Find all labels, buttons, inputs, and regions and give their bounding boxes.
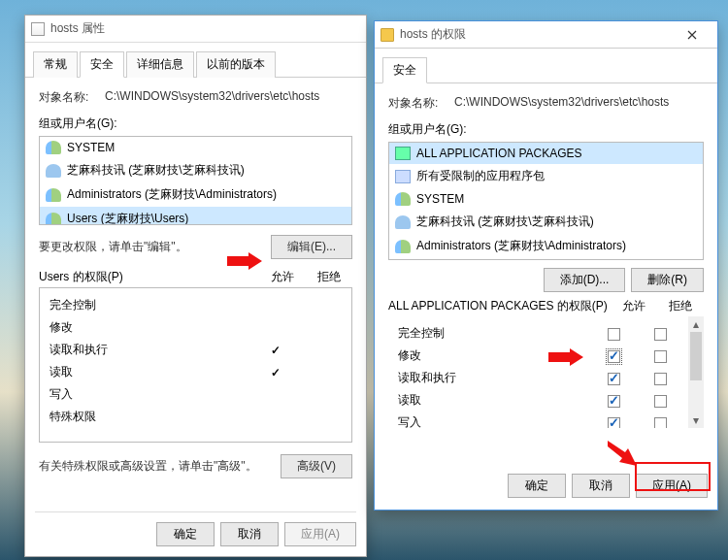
list-item[interactable]: Administrators (芝麻财技\Administrators): [40, 182, 351, 207]
object-name-value: C:\WINDOWS\system32\drivers\etc\hosts: [105, 89, 352, 106]
permission-row: 完全控制: [44, 294, 347, 316]
users-icon: [46, 213, 61, 226]
permissions-list: 完全控制修改读取和执行✓读取✓写入特殊权限: [39, 287, 352, 443]
list-item-label: SYSTEM: [67, 141, 115, 154]
window-title: hosts 的权限: [400, 26, 673, 43]
tab-general[interactable]: 常规: [33, 51, 78, 78]
list-item[interactable]: SYSTEM: [40, 137, 351, 158]
allow-header: 允许: [259, 269, 306, 285]
groups-label: 组或用户名(G):: [39, 115, 352, 132]
checkbox[interactable]: [608, 417, 620, 428]
folder-icon: [381, 28, 394, 42]
tab-security[interactable]: 安全: [80, 51, 124, 78]
permission-row: 特殊权限: [44, 406, 347, 428]
list-item[interactable]: Administrators (芝麻财技\Administrators): [389, 234, 703, 258]
deny-cell: [637, 326, 683, 340]
list-item-label: Users (芝麻财技\Users): [67, 211, 188, 225]
checkbox[interactable]: [608, 395, 620, 408]
permissions-list: 完全控制修改读取和执行读取写入牛生工+r07四: [388, 316, 704, 428]
permission-name: 读取和执行: [394, 370, 590, 386]
groups-listbox[interactable]: SYSTEM芝麻科技讯 (芝麻财技\芝麻科技讯)Administrators (…: [39, 136, 352, 225]
object-name-value: C:\WINDOWS\system32\drivers\etc\hosts: [454, 95, 704, 112]
scroll-up-icon[interactable]: ▴: [688, 316, 704, 332]
advanced-button[interactable]: 高级(V): [281, 454, 352, 478]
properties-window: hosts 属性 常规 安全 详细信息 以前的版本 对象名称: C:\WINDO…: [24, 15, 367, 557]
permission-row: 读取: [392, 389, 685, 412]
list-item[interactable]: Users (芝麻财技\Users): [40, 207, 351, 225]
deny-cell: [637, 348, 683, 362]
list-item[interactable]: 所有受限制的应用程序包: [389, 164, 703, 188]
allow-cell: [590, 393, 637, 407]
permission-row: 读取和执行✓: [44, 339, 347, 361]
deny-cell: [637, 371, 683, 384]
close-button[interactable]: [673, 25, 711, 45]
checkbox[interactable]: [654, 373, 667, 385]
add-button[interactable]: 添加(D)...: [544, 268, 626, 292]
tab-security[interactable]: 安全: [382, 57, 427, 83]
checkbox[interactable]: [608, 350, 620, 363]
permission-name: 特殊权限: [46, 409, 252, 425]
checkbox[interactable]: [654, 350, 667, 363]
ok-button[interactable]: 确定: [156, 522, 215, 546]
edit-hint: 要更改权限，请单击"编辑"。: [39, 239, 187, 255]
checkbox[interactable]: [654, 328, 667, 341]
permission-name: 修改: [394, 347, 590, 364]
list-item-label: 芝麻科技讯 (芝麻财技\芝麻科技讯): [416, 214, 594, 230]
scroll-down-icon[interactable]: ▾: [688, 412, 704, 428]
scroll-thumb[interactable]: [690, 332, 702, 380]
list-item[interactable]: 芝麻科技讯 (芝麻财技\芝麻科技讯): [389, 210, 703, 234]
cancel-button[interactable]: 取消: [220, 522, 279, 546]
list-item-label: 所有受限制的应用程序包: [416, 168, 545, 184]
remove-button[interactable]: 删除(R): [631, 268, 704, 292]
checkbox[interactable]: [608, 328, 620, 341]
permission-row: 完全控制: [392, 322, 685, 345]
tab-strip: 常规 安全 详细信息 以前的版本: [25, 43, 366, 78]
permission-name: 读取和执行: [46, 342, 252, 358]
cancel-button[interactable]: 取消: [572, 474, 630, 498]
list-item[interactable]: ALL APPLICATION PACKAGES: [389, 143, 703, 164]
users-icon: [46, 141, 61, 154]
tab-details[interactable]: 详细信息: [126, 51, 194, 78]
scrollbar[interactable]: ▴ ▾: [688, 316, 704, 428]
checkbox[interactable]: [608, 373, 620, 385]
apply-button[interactable]: 应用(A): [636, 474, 708, 498]
deny-header: 拒绝: [306, 269, 352, 285]
document-icon: [31, 22, 45, 36]
allow-cell: [590, 348, 637, 362]
permissions-title: Users 的权限(P): [39, 269, 259, 285]
apply-button[interactable]: 应用(A): [284, 522, 356, 546]
users-icon: [395, 240, 411, 253]
list-item[interactable]: 芝麻科技讯 (芝麻财技\芝麻科技讯): [40, 158, 351, 182]
permission-name: 写入: [394, 414, 590, 428]
permission-row: 读取和执行: [392, 367, 685, 389]
permission-name: 读取: [394, 392, 590, 409]
groups-listbox[interactable]: ALL APPLICATION PACKAGES所有受限制的应用程序包SYSTE…: [388, 142, 704, 260]
edit-button[interactable]: 编辑(E)...: [271, 235, 352, 259]
list-item[interactable]: SYSTEM: [389, 188, 703, 210]
permissions-window: hosts 的权限 安全 对象名称: C:\WINDOWS\system32\d…: [374, 20, 718, 511]
object-name-label: 对象名称:: [39, 89, 105, 106]
tab-previous-versions[interactable]: 以前的版本: [196, 51, 276, 78]
checkbox[interactable]: [654, 417, 667, 428]
titlebar[interactable]: hosts 属性: [25, 16, 366, 43]
permission-row: 修改: [44, 316, 347, 339]
window-title: hosts 属性: [50, 20, 360, 37]
advanced-hint: 有关特殊权限或高级设置，请单击"高级"。: [39, 458, 257, 475]
users-icon: [395, 192, 411, 206]
permission-name: 写入: [46, 386, 252, 403]
permission-name: 读取: [46, 364, 252, 380]
checkbox[interactable]: [654, 395, 667, 408]
deny-header: 拒绝: [657, 298, 704, 314]
ok-button[interactable]: 确定: [508, 474, 566, 498]
list-item-label: ALL APPLICATION PACKAGES: [416, 147, 582, 160]
permission-row: 读取✓: [44, 361, 347, 383]
titlebar[interactable]: hosts 的权限: [375, 21, 717, 49]
deny-cell: [637, 393, 683, 407]
list-item-label: 芝麻科技讯 (芝麻财技\芝麻科技讯): [67, 162, 245, 179]
close-icon: [687, 30, 697, 40]
list-item[interactable]: Users (芝麻财技\Users): [389, 258, 703, 260]
list-item-label: Administrators (芝麻财技\Administrators): [416, 238, 626, 254]
list-item-label: Administrators (芝麻财技\Administrators): [67, 186, 277, 203]
users-icon: [46, 188, 61, 202]
allow-cell: [590, 415, 637, 428]
